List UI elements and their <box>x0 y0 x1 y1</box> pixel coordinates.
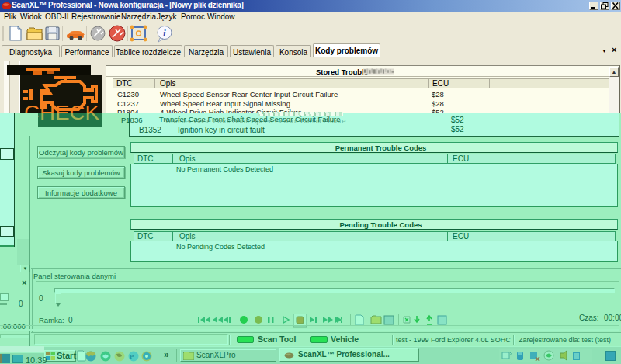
svg-text:i: i <box>163 27 166 39</box>
